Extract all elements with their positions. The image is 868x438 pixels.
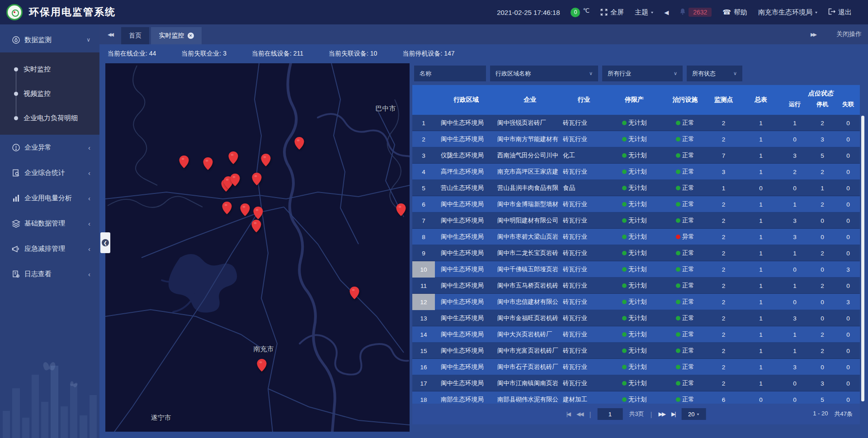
- table-row[interactable]: 9阆中生态环境局阆中市二龙长宝页岩砖砖瓦行业无计划正常21120: [412, 245, 860, 261]
- cell-region: 阆中生态环境局: [435, 265, 497, 273]
- table-row[interactable]: 4高坪生态环境局南充市高坪区王家店建砖瓦行业无计划正常31220: [412, 164, 860, 180]
- table-row[interactable]: 2阆中生态环境局阆中市南方节能建材有砖瓦行业无计划正常21030: [412, 131, 860, 147]
- cell-offline: 0: [836, 136, 860, 143]
- col-stopped: 停机: [808, 99, 836, 115]
- cell-run: 3: [781, 315, 808, 322]
- next-page-icon[interactable]: ▶▶: [659, 411, 665, 417]
- table-row[interactable]: 7阆中生态环境局阆中明阳建材有限公司砖瓦行业无计划正常21300: [412, 212, 860, 229]
- map-marker-icon[interactable]: [179, 155, 189, 169]
- table-row[interactable]: 15阆中生态环境局阆中市光富页岩机砖厂砖瓦行业无计划正常21120: [412, 343, 860, 359]
- sidebar-collapse-button[interactable]: ❮: [100, 232, 110, 253]
- map-marker-icon[interactable]: [240, 203, 250, 217]
- table-row[interactable]: 14阆中生态环境局阆中大兴页岩机砖厂砖瓦行业无计划正常21120: [412, 326, 860, 343]
- cell-industry: 砖瓦行业: [563, 298, 605, 306]
- sidebar-subitem-video-monitor[interactable]: 视频监控: [0, 81, 99, 106]
- cell-run: 0: [781, 396, 808, 403]
- sidebar-item-base-data[interactable]: 基础数据管理‹: [0, 211, 99, 236]
- tabs-scroll-right-icon[interactable]: ▶▶: [811, 24, 816, 44]
- name-filter-input[interactable]: [414, 66, 486, 81]
- map-marker-icon[interactable]: [222, 201, 232, 215]
- theme-dropdown[interactable]: 主题 ▾: [635, 8, 653, 17]
- bullet-icon: [14, 116, 18, 120]
- map-marker-icon[interactable]: [228, 151, 239, 165]
- table-row[interactable]: 13阆中生态环境局阆中市金福旺页岩机砖砖瓦行业无计划正常21300: [412, 310, 860, 326]
- page-size-select[interactable]: 20 ▾: [681, 408, 706, 420]
- status-dot-green: [676, 349, 680, 353]
- user-dropdown[interactable]: 南充市生态环境局 ▾: [758, 8, 817, 17]
- sidebar-subitem-realtime-monitor[interactable]: 实时监控: [0, 57, 99, 81]
- alarm-counter[interactable]: 2632: [679, 8, 712, 17]
- map-marker-icon[interactable]: [260, 153, 271, 167]
- table-row[interactable]: 8阆中生态环境局阆中市枣碧大梁山页岩砖瓦行业无计划异常21300: [412, 229, 860, 245]
- pager-divider: |: [651, 410, 652, 418]
- cell-meter: 1: [741, 152, 781, 159]
- table-row[interactable]: 6阆中生态环境局阆中市金博瑞新型墙材砖瓦行业无计划正常21120: [412, 196, 860, 212]
- map-marker-icon[interactable]: [230, 173, 241, 187]
- status-dot-green: [622, 349, 627, 353]
- table-scrollbar[interactable]: [861, 116, 864, 401]
- sidebar-item-enterprise-abnormal[interactable]: 企业异常‹: [0, 135, 99, 160]
- close-icon[interactable]: ✕: [188, 33, 194, 39]
- last-page-icon[interactable]: ▶|: [671, 411, 675, 417]
- cell-region: 营山生态环境局: [435, 184, 497, 192]
- map-marker-icon[interactable]: [251, 172, 262, 186]
- map-marker-icon[interactable]: [256, 358, 267, 372]
- cell-facility-status: 正常: [664, 265, 707, 273]
- sidebar-item-emergency-reduction[interactable]: 应急减排管理‹: [0, 236, 99, 261]
- prev-page-icon[interactable]: ◀◀: [576, 411, 583, 417]
- table-row[interactable]: 5营山生态环境局营山县润丰肉食品有限食品无计划正常10010: [412, 180, 860, 196]
- cell-offline: 3: [836, 266, 860, 273]
- row-index: 8: [412, 229, 435, 245]
- cell-region: 仪陇生态环境局: [435, 151, 497, 160]
- first-page-icon[interactable]: |◀: [566, 411, 570, 417]
- status-dot-green: [622, 300, 627, 304]
- mute-speaker-button[interactable]: ◀: [664, 9, 669, 16]
- close-operations-button[interactable]: 关闭操作: [836, 24, 862, 44]
- table-row[interactable]: 11阆中生态环境局阆中市五马桥页岩机砖砖瓦行业无计划正常21120: [412, 278, 860, 294]
- map-city-label: 巴中市: [376, 104, 396, 113]
- map-marker-icon[interactable]: [294, 137, 305, 150]
- map-marker-icon[interactable]: [253, 206, 264, 220]
- cell-company: 南充市高坪区王家店建: [497, 168, 563, 176]
- table-row[interactable]: 12阆中生态环境局阆中市忠信建材有限公砖瓦行业无计划正常21003: [412, 294, 860, 310]
- cell-industry: 砖瓦行业: [563, 265, 605, 273]
- map-marker-icon[interactable]: [251, 219, 262, 233]
- table-row[interactable]: 18南部生态环境局南部县砌伟水泥有限公建材加工无计划正常60050: [412, 391, 860, 404]
- table-row[interactable]: 10阆中生态环境局阆中千佛镇五郎垭页岩砖瓦行业无计划正常21003: [412, 261, 860, 278]
- logout-button[interactable]: 退出: [828, 8, 852, 17]
- tab-home[interactable]: 首页: [121, 27, 149, 44]
- status-dot-green: [676, 121, 680, 125]
- cell-meter: 1: [741, 315, 781, 322]
- fullscreen-button[interactable]: 全屏: [600, 8, 624, 17]
- table-row[interactable]: 3仪陇生态环境局西南油气田分公司川中化工无计划正常71350: [412, 147, 860, 164]
- map-marker-icon[interactable]: [349, 286, 360, 300]
- sidebar-subitem-power-load-detail[interactable]: 企业电力负荷明细: [0, 106, 99, 130]
- tab-bar: ◀◀ 首页 实时监控 ✕ ▶▶ 关闭操作: [99, 24, 868, 44]
- sidebar-subitem-label: 视频监控: [24, 89, 51, 98]
- sidebar-item-data-monitor[interactable]: 数据监测∨: [0, 32, 99, 48]
- chevron-down-icon: ▾: [697, 412, 699, 416]
- industry-filter-select[interactable]: 所有行业 ∨: [602, 66, 683, 81]
- page-number-input[interactable]: [597, 408, 623, 420]
- sidebar-item-log-view[interactable]: 日志查看‹: [0, 261, 99, 287]
- row-index: 7: [412, 212, 435, 229]
- cell-facility-status: 正常: [664, 396, 707, 404]
- cell-stopped: 1: [808, 185, 836, 192]
- tabs-scroll-left-icon[interactable]: ◀◀: [108, 24, 113, 44]
- help-button[interactable]: ☎ 帮助: [722, 8, 747, 17]
- table-row[interactable]: 1阆中生态环境局阆中强锐页岩砖厂砖瓦行业无计划正常21120: [412, 115, 860, 131]
- row-index: 9: [412, 245, 435, 261]
- cell-company: 阆中大兴页岩机砖厂: [497, 330, 563, 339]
- table-row[interactable]: 16阆中生态环境局阆中市石子页岩机砖厂砖瓦行业无计划正常21300: [412, 359, 860, 375]
- status-filter-select[interactable]: 所有状态 ∨: [687, 66, 742, 81]
- cell-company: 西南油气田分公司川中: [497, 151, 563, 160]
- sidebar-item-power-analysis[interactable]: 企业用电量分析‹: [0, 185, 99, 211]
- sidebar-item-enterprise-stats[interactable]: 企业综合统计‹: [0, 160, 99, 185]
- table-row[interactable]: 17阆中生态环境局阆中市江南镇阆南页岩砖瓦行业无计划正常21030: [412, 375, 860, 391]
- map-panel[interactable]: 巴中市南充市遂宁市: [105, 63, 410, 432]
- region-filter-select[interactable]: 行政区域名称 ∨: [490, 66, 598, 81]
- map-marker-icon[interactable]: [396, 203, 406, 217]
- tab-realtime-monitor[interactable]: 实时监控 ✕: [151, 27, 202, 44]
- cell-industry: 砖瓦行业: [563, 119, 605, 127]
- map-marker-icon[interactable]: [203, 157, 213, 170]
